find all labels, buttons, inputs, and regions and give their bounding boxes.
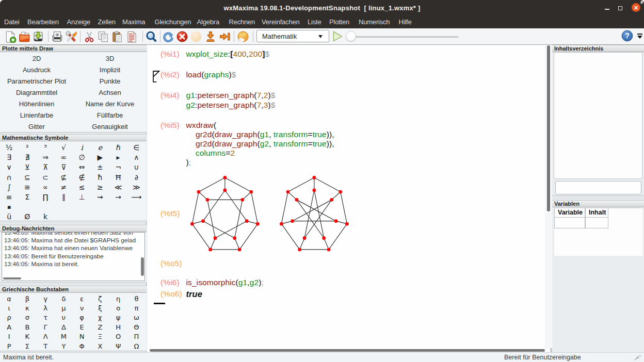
symbol-button[interactable]: ∝: [37, 182, 55, 192]
symbol-button[interactable]: ⟶: [127, 192, 146, 202]
draw-button-gitter[interactable]: Gitter: [0, 121, 73, 132]
symbol-button[interactable]: ∄: [18, 153, 36, 162]
greek-letter-button[interactable]: Π: [127, 332, 146, 341]
print-icon[interactable]: [51, 30, 63, 43]
menu-algebra[interactable]: Algebra: [197, 18, 219, 26]
draw-button-f-llfarbe[interactable]: Füllfarbe: [73, 109, 147, 121]
symbol-button[interactable]: ∉: [73, 172, 91, 182]
menu-liste[interactable]: Liste: [308, 18, 321, 26]
symbol-button[interactable]: ħ: [91, 172, 109, 182]
cut-icon[interactable]: [83, 30, 95, 43]
symbol-button[interactable]: ▸: [109, 153, 127, 162]
play-animation-button[interactable]: [333, 31, 343, 42]
greek-letter-button[interactable]: ν: [73, 303, 91, 312]
symbol-button[interactable]: ≡: [0, 192, 18, 202]
variables-col-variable[interactable]: Variable: [554, 208, 585, 218]
symbol-button[interactable]: ≪: [109, 182, 127, 192]
draw-button-punkte[interactable]: Punkte: [73, 76, 147, 87]
greek-letter-button[interactable]: η: [109, 294, 127, 303]
help-button[interactable]: ?: [621, 30, 633, 42]
menu-anzeige[interactable]: Anzeige: [67, 18, 91, 26]
symbol-button[interactable]: ∅: [73, 153, 91, 162]
new-document-icon[interactable]: [4, 30, 17, 43]
greek-letter-button[interactable]: Ο: [109, 332, 127, 341]
symbol-button[interactable]: ≥: [91, 182, 109, 192]
menu-maxima[interactable]: Maxima: [122, 18, 145, 26]
greek-letter-button[interactable]: ε: [73, 294, 91, 303]
code-line[interactable]: columns=2: [196, 149, 235, 158]
greek-letter-button[interactable]: υ: [55, 313, 73, 322]
symbol-button[interactable]: √: [55, 143, 73, 153]
worksheet-horizontal-scrollbar[interactable]: [147, 349, 552, 352]
symbol-button[interactable]: ∧: [127, 153, 146, 162]
draw-button-diagrammtitel[interactable]: Diagrammtitel: [0, 87, 73, 98]
symbol-button[interactable]: ⊽: [55, 162, 73, 172]
menu-zellen[interactable]: Zellen: [98, 18, 116, 26]
symbol-button[interactable]: ½: [0, 143, 18, 153]
greek-letter-button[interactable]: ρ: [0, 313, 18, 322]
greek-letter-button[interactable]: ζ: [91, 294, 109, 303]
draw-button-2d[interactable]: 2D: [0, 53, 73, 64]
open-folder-icon[interactable]: [18, 30, 30, 43]
worksheet-hscroll-thumb[interactable]: [150, 349, 545, 352]
menu-bearbeiten[interactable]: Bearbeiten: [27, 18, 59, 26]
toc-tree[interactable]: [554, 52, 642, 179]
symbol-button[interactable]: ≫: [127, 182, 146, 192]
find-icon[interactable]: [145, 30, 157, 43]
greek-letter-button[interactable]: Θ: [127, 322, 146, 332]
configure-icon[interactable]: [65, 30, 77, 43]
symbol-button[interactable]: ⇔: [73, 162, 91, 172]
symbol-button[interactable]: ²: [18, 143, 36, 153]
draw-button-h-henlinien[interactable]: Höhenlinien: [0, 98, 73, 109]
slider-knob[interactable]: [346, 31, 356, 41]
code-line[interactable]: gr2d(draw_graph(g2, transform=true)),: [196, 139, 334, 149]
copy-icon[interactable]: [97, 30, 109, 43]
draw-button-linienfarbe[interactable]: Linienfarbe: [0, 109, 73, 121]
symbol-button[interactable]: i: [73, 143, 91, 153]
symbol-button[interactable]: ∫: [0, 182, 18, 192]
active-cell-bracket[interactable]: [153, 71, 160, 83]
symbol-button[interactable]: ∃: [0, 153, 18, 162]
draw-button-name-der-kurve[interactable]: Name der Kurve: [73, 98, 147, 109]
draw-button-genauigkeit[interactable]: Genauigkeit: [73, 121, 147, 132]
toc-filter-input[interactable]: [555, 181, 641, 194]
greek-letter-button[interactable]: Ν: [73, 332, 91, 341]
symbol-button[interactable]: Σ: [18, 192, 36, 202]
greek-letter-button[interactable]: σ: [18, 313, 36, 322]
draw-button-achsen[interactable]: Achsen: [73, 87, 147, 98]
greek-letter-button[interactable]: Λ: [37, 332, 55, 341]
symbol-button[interactable]: ∨: [0, 162, 18, 172]
symbol-button[interactable]: ▪: [0, 202, 18, 212]
draw-button-ausdruck[interactable]: Ausdruck: [0, 64, 73, 76]
greek-letter-button[interactable]: Υ: [55, 341, 73, 351]
greek-letter-button[interactable]: Φ: [73, 341, 91, 351]
debug-horizontal-scrollbar[interactable]: [3, 277, 21, 280]
symbol-button[interactable]: e: [91, 143, 109, 153]
greek-letter-button[interactable]: δ: [55, 294, 73, 303]
symbol-button[interactable]: ≅: [18, 182, 36, 192]
greek-letter-button[interactable]: Α: [0, 322, 18, 332]
symbol-button[interactable]: ⊂: [37, 172, 55, 182]
menu-vereinfachen[interactable]: Vereinfachen: [262, 18, 300, 26]
symbol-button[interactable]: ∂: [127, 172, 146, 182]
greek-letter-button[interactable]: ο: [109, 303, 127, 312]
greek-letter-button[interactable]: β: [18, 294, 36, 303]
code-line[interactable]: g2:petersen_graph(7,3)$: [186, 101, 276, 110]
greek-letter-button[interactable]: Χ: [91, 341, 109, 351]
draw-button-implizit[interactable]: Implizit: [73, 64, 147, 76]
greek-letter-button[interactable]: Γ: [37, 322, 55, 332]
symbol-button[interactable]: ⇒: [37, 153, 55, 162]
worksheet-vertical-scrollbar[interactable]: [545, 45, 552, 349]
menu-rechnen[interactable]: Rechnen: [229, 18, 255, 26]
output-line[interactable]: true: [186, 289, 203, 299]
greek-letter-button[interactable]: Ξ: [91, 332, 109, 341]
symbol-button[interactable]: ⊼: [37, 162, 55, 172]
code-line[interactable]: load(graphs)$: [186, 70, 236, 79]
symbol-button[interactable]: Ħ: [109, 172, 127, 182]
evaluate-till-here-icon[interactable]: [204, 30, 217, 43]
greek-letter-button[interactable]: Ε: [73, 322, 91, 332]
greek-letter-button[interactable]: Ρ: [0, 341, 18, 351]
greek-letter-button[interactable]: λ: [37, 303, 55, 312]
symbol-button[interactable]: ±: [91, 162, 109, 172]
minimize-button[interactable]: [603, 4, 611, 12]
